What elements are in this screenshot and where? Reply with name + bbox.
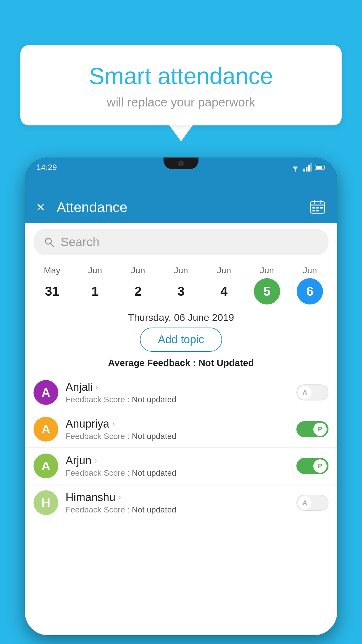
signal-icon [303,163,312,172]
search-icon [44,237,55,248]
chevron-right-icon: › [96,382,98,392]
calendar-day-0[interactable]: May31 [39,265,65,304]
toggle-knob: P [313,423,327,436]
cal-date-number: 5 [254,278,280,304]
toggle-switch[interactable]: A [296,495,328,511]
attendance-toggle[interactable]: P [296,458,328,474]
student-name: Himanshu › [66,491,289,504]
calendar-icon[interactable] [310,199,326,215]
student-feedback: Feedback Score : Not updated [66,468,289,478]
student-list: AAnjali ›Feedback Score : Not updatedAAA… [25,374,337,521]
toggle-switch[interactable]: A [296,384,328,400]
close-button[interactable]: × [36,199,45,216]
svg-rect-6 [324,166,325,169]
chevron-right-icon: › [94,456,97,465]
cal-date-number: 4 [211,278,237,304]
speech-bubble-subtitle: will replace your paperwork [41,95,321,109]
phone-notch-area: 14:29 [25,158,337,191]
wifi-icon [290,163,301,172]
student-info: Anupriya ›Feedback Score : Not updated [66,418,289,441]
phone-notch [164,158,198,169]
speech-bubble: Smart attendance will replace your paper… [20,45,342,125]
svg-rect-1 [303,169,305,172]
student-info: Arjun ›Feedback Score : Not updated [66,454,289,478]
speech-bubble-title: Smart attendance [41,63,321,90]
student-item-3[interactable]: HHimanshu ›Feedback Score : Not updatedA [25,484,337,521]
phone-frame: 14:29 [25,158,337,635]
svg-rect-13 [316,207,319,209]
cal-month-label: May [44,265,60,275]
attendance-toggle[interactable]: P [296,421,328,437]
status-icons [290,163,326,172]
toggle-switch[interactable]: P [296,421,328,437]
chevron-right-icon: › [118,493,121,502]
student-feedback: Feedback Score : Not updated [66,505,289,514]
cal-date-number: 3 [168,278,194,304]
cal-month-label: Jun [217,265,231,275]
student-avatar: H [34,490,58,515]
student-feedback: Feedback Score : Not updated [66,395,289,404]
student-item-0[interactable]: AAnjali ›Feedback Score : Not updatedA [25,374,337,411]
calendar-day-2[interactable]: Jun2 [125,265,151,304]
svg-line-18 [51,244,54,247]
camera-dot [178,160,184,166]
cal-date-number: 2 [125,278,151,304]
student-item-2[interactable]: AArjun ›Feedback Score : Not updatedP [25,448,337,484]
header-title: Attendance [57,199,310,215]
phone-screen: Search May31Jun1Jun2Jun3Jun4Jun5Jun6 Thu… [25,223,337,635]
svg-rect-7 [316,166,322,169]
avg-feedback: Average Feedback : Not Updated [25,358,337,368]
app-header: × Attendance [25,191,337,223]
cal-month-label: Jun [303,265,317,275]
chevron-right-icon: › [112,419,115,428]
cal-month-label: Jun [174,265,188,275]
calendar-day-6[interactable]: Jun6 [297,265,323,304]
search-bar[interactable]: Search [34,229,328,255]
svg-rect-3 [308,165,310,172]
svg-rect-16 [316,210,319,211]
calendar-day-3[interactable]: Jun3 [168,265,194,304]
calendar-strip: May31Jun1Jun2Jun3Jun4Jun5Jun6 [25,261,337,304]
speech-bubble-tail [169,125,193,141]
student-info: Himanshu ›Feedback Score : Not updated [66,491,289,514]
speech-bubble-container: Smart attendance will replace your paper… [20,45,342,141]
student-avatar: A [34,417,58,442]
svg-rect-2 [306,167,307,172]
attendance-toggle[interactable]: A [296,495,328,511]
student-name: Arjun › [66,454,289,467]
cal-date-number: 1 [82,278,108,304]
svg-point-0 [295,170,296,172]
cal-month-label: Jun [260,265,274,275]
svg-rect-14 [320,207,323,209]
cal-date-number: 6 [297,278,323,304]
student-avatar: A [34,380,58,405]
toggle-switch[interactable]: P [296,458,328,474]
calendar-day-1[interactable]: Jun1 [82,265,108,304]
search-placeholder: Search [61,235,99,249]
battery-icon [315,164,326,170]
student-feedback: Feedback Score : Not updated [66,432,289,441]
svg-rect-12 [312,207,315,209]
svg-rect-4 [310,163,312,172]
attendance-toggle[interactable]: A [296,384,328,400]
selected-date-display: Thursday, 06 June 2019 [25,304,337,328]
calendar-day-4[interactable]: Jun4 [211,265,237,304]
student-name: Anupriya › [66,418,289,430]
student-info: Anjali ›Feedback Score : Not updated [66,381,289,404]
cal-month-label: Jun [88,265,102,275]
toggle-knob: A [298,386,312,399]
toggle-knob: P [313,459,327,473]
student-avatar: A [34,454,58,478]
cal-month-label: Jun [131,265,145,275]
toggle-knob: A [298,496,312,510]
student-name: Anjali › [66,381,289,393]
cal-date-number: 31 [39,278,65,304]
calendar-day-5[interactable]: Jun5 [254,265,280,304]
add-topic-button[interactable]: Add topic [140,328,222,352]
status-time: 14:29 [36,163,57,172]
student-item-1[interactable]: AAnupriya ›Feedback Score : Not updatedP [25,411,337,448]
svg-rect-15 [312,210,315,211]
